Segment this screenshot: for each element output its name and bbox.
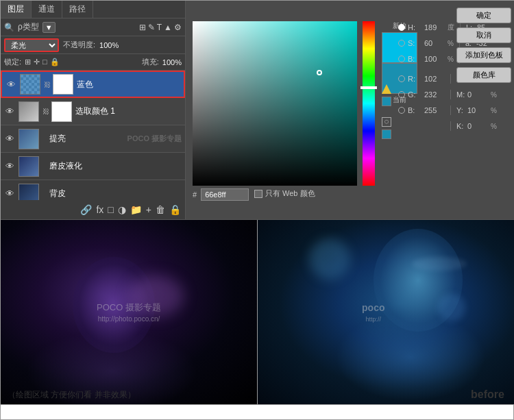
lock-pixel-icon[interactable]: ⊞ bbox=[25, 58, 31, 66]
gamut-alt-swatch[interactable] bbox=[382, 97, 391, 106]
light-streak bbox=[412, 257, 467, 271]
layer-mask-blue bbox=[53, 74, 73, 95]
col-sep-6 bbox=[450, 106, 451, 115]
k-value: 0 bbox=[467, 122, 488, 130]
m-unit: % bbox=[491, 91, 497, 99]
smart-filter-icon[interactable]: ⚙ bbox=[174, 23, 182, 32]
layer-chain-selectcolor: ⛓ bbox=[42, 108, 48, 115]
m-label: M: bbox=[456, 90, 465, 99]
shape-filter-icon[interactable]: ▲ bbox=[164, 23, 172, 32]
search-icon: 🔍 bbox=[4, 23, 14, 32]
text-filter-icon[interactable]: T bbox=[157, 23, 162, 32]
link-icon[interactable]: 🔗 bbox=[80, 204, 92, 215]
layer-thumb-blue bbox=[20, 74, 40, 95]
web-only-row: 只有 Web 颜色 bbox=[254, 188, 315, 199]
gradient-box[interactable] bbox=[193, 21, 357, 186]
hue-radio[interactable] bbox=[398, 24, 405, 31]
tab-channels[interactable]: 通道 bbox=[32, 1, 62, 18]
r-radio[interactable] bbox=[398, 75, 405, 82]
bright-radio[interactable] bbox=[398, 55, 405, 62]
ok-button[interactable]: 确定 bbox=[456, 8, 511, 23]
bottom-left-caption: （绘图区域 方便你们看 并非效果） bbox=[8, 389, 136, 401]
web-only-checkbox[interactable] bbox=[254, 190, 262, 198]
layer-item-selectcolor[interactable]: 👁 ⛓ 选取颜色 1 bbox=[1, 98, 185, 125]
layer-chain-blue: ⛓ bbox=[44, 81, 49, 88]
cancel-button[interactable]: 取消 bbox=[456, 27, 511, 43]
layer-name-blue: 蓝色 bbox=[77, 79, 180, 90]
layer-item-liquify[interactable]: 👁 磨皮液化 bbox=[1, 153, 185, 180]
b2-radio[interactable] bbox=[398, 107, 405, 114]
gamut-warning-icon bbox=[382, 84, 391, 94]
hex-input[interactable] bbox=[201, 188, 249, 201]
layer-search-row: 🔍 ρ类型 ▼ ⊞ ✎ T ▲ ⚙ bbox=[1, 18, 185, 36]
hue-cursor bbox=[360, 86, 377, 89]
color-picker-buttons: 确定 取消 添加到色板 颜色库 bbox=[456, 8, 511, 83]
col-sep-4 bbox=[450, 74, 451, 84]
pixel-filter-icon[interactable]: ⊞ bbox=[139, 23, 146, 32]
b-label: B: bbox=[408, 55, 421, 63]
layer-name-base: 背皮 bbox=[49, 188, 182, 199]
tab-paths[interactable]: 路径 bbox=[62, 1, 93, 18]
layer-item-blue[interactable]: 👁 ⛓ 蓝色 bbox=[1, 71, 185, 98]
b-unit: % bbox=[448, 55, 454, 63]
g-radio[interactable] bbox=[398, 91, 405, 98]
col-sep-5 bbox=[450, 90, 451, 99]
fx-icon[interactable]: fx bbox=[96, 204, 103, 215]
add-to-swatches-button[interactable]: 添加到色板 bbox=[456, 47, 511, 63]
panel-tabs: 图层 通道 路径 bbox=[1, 1, 185, 18]
lock-artboard-icon[interactable]: □ bbox=[42, 58, 47, 66]
b2-label: B: bbox=[408, 106, 421, 114]
s-unit: % bbox=[448, 40, 454, 47]
tab-layers[interactable]: 图层 bbox=[1, 1, 32, 18]
fill-label: 填充: bbox=[142, 57, 159, 67]
b2-value: 255 bbox=[424, 106, 445, 114]
layer-visibility-base[interactable]: 👁 bbox=[4, 188, 15, 199]
bottom-left-image: POCO 摄影专题 http://photo.poco.cn/ （绘图区域 方便… bbox=[1, 220, 258, 405]
light-glow-dark bbox=[129, 275, 184, 317]
lock-move-icon[interactable]: ✛ bbox=[34, 58, 40, 66]
opacity-value: 100% bbox=[99, 41, 119, 49]
r-value: 102 bbox=[424, 75, 445, 83]
lock-icon-bottom[interactable]: 🔒 bbox=[169, 204, 181, 215]
h-unit: 度 bbox=[448, 23, 454, 32]
r-label: R: bbox=[408, 75, 421, 83]
m-value: 0 bbox=[467, 90, 488, 99]
b-value: 100 bbox=[424, 55, 445, 63]
layer-visibility-blue[interactable]: 👁 bbox=[5, 79, 16, 90]
dark-photo-bg bbox=[1, 220, 257, 404]
col-sep-7 bbox=[450, 121, 451, 131]
bubble-2 bbox=[438, 294, 465, 321]
folder-icon[interactable]: 📁 bbox=[130, 204, 142, 215]
layers-panel: 图层 通道 路径 🔍 ρ类型 ▼ ⊞ ✎ T ▲ ⚙ 柔光 不透明度: 100% bbox=[1, 1, 186, 220]
before-label: before bbox=[471, 388, 504, 401]
mask-icon[interactable]: □ bbox=[108, 204, 113, 215]
blend-mode-select[interactable]: 柔光 bbox=[4, 38, 59, 52]
brush-filter-icon[interactable]: ✎ bbox=[148, 23, 155, 32]
opacity-label: 不透明度: bbox=[63, 40, 95, 50]
new-layer-icon[interactable]: + bbox=[146, 204, 151, 215]
color-library-button[interactable]: 颜色库 bbox=[456, 67, 511, 83]
layer-item-brighten[interactable]: 👁 提亮 POCO 摄影专题 bbox=[1, 125, 185, 153]
layer-visibility-liquify[interactable]: 👁 bbox=[4, 161, 15, 172]
type-label: ρ类型 bbox=[18, 21, 39, 33]
delete-layer-icon[interactable]: 🗑 bbox=[156, 204, 165, 215]
layer-visibility-brighten[interactable]: 👁 bbox=[4, 134, 15, 145]
layer-bottom-icons: 🔗 fx □ ◑ 📁 + 🗑 🔒 bbox=[1, 200, 185, 219]
sat-radio[interactable] bbox=[398, 40, 405, 47]
adjustment-icon[interactable]: ◑ bbox=[118, 204, 126, 215]
lock-all-icon[interactable]: 🔒 bbox=[50, 58, 60, 66]
layer-mask-selectcolor bbox=[51, 101, 72, 122]
g-label: G: bbox=[408, 90, 421, 99]
g-row: G: 232 M: 0 % bbox=[398, 88, 501, 101]
type-dropdown[interactable]: ▼ bbox=[42, 22, 56, 33]
web-safe-swatch[interactable] bbox=[382, 129, 391, 139]
fill-value: 100% bbox=[162, 58, 182, 66]
blend-opacity-row: 柔光 不透明度: 100% bbox=[1, 36, 185, 54]
s-label: S: bbox=[408, 39, 421, 47]
k-row: K: 0 % bbox=[398, 120, 501, 132]
bubble-1 bbox=[309, 238, 350, 280]
hue-slider[interactable] bbox=[363, 21, 375, 186]
layer-watermark: POCO 摄影专题 bbox=[127, 134, 182, 144]
layer-visibility-selectcolor[interactable]: 👁 bbox=[4, 106, 15, 117]
color-gradient-area[interactable] bbox=[193, 21, 357, 186]
